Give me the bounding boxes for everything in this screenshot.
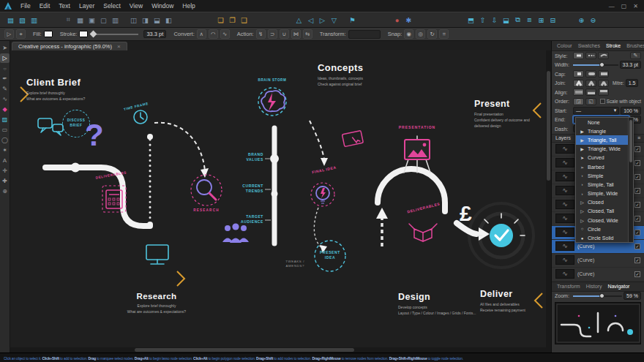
duplicate-icon[interactable]: ⊞ xyxy=(536,15,546,26)
clock-icon[interactable] xyxy=(134,110,147,124)
insert-table-icon[interactable]: ◫ xyxy=(129,15,138,26)
stroke-width-value[interactable]: 33.3 pt xyxy=(143,30,166,38)
vertical-scroll-thumb[interactable] xyxy=(547,71,550,181)
artistic-text-tool[interactable]: A xyxy=(0,156,10,165)
horizontal-scroll-thumb[interactable] xyxy=(135,348,354,352)
cap-round-button[interactable] xyxy=(585,70,596,78)
smooth-curve-icon[interactable]: ∪ xyxy=(280,29,289,39)
move-to-back-icon[interactable]: ⬓ xyxy=(501,15,511,26)
canvas[interactable]: Client Brief Explore brief thoroughly Wh… xyxy=(10,50,551,352)
close-button[interactable]: ✕ xyxy=(633,3,638,10)
badge-brand-values[interactable]: BRAND VALUES xyxy=(231,152,263,163)
align-outside-button[interactable] xyxy=(598,88,609,96)
toggle-bleed-icon[interactable]: ▢ xyxy=(99,15,108,26)
node-tool[interactable]: ▷ xyxy=(0,53,10,63)
colour-swatch-icon[interactable]: ● xyxy=(392,15,402,26)
rectangle-tool[interactable]: ▭ xyxy=(0,125,10,135)
arrow-style-option[interactable]: ➢Barbed xyxy=(576,162,628,171)
people-icon[interactable] xyxy=(222,223,249,243)
transform-input[interactable] xyxy=(348,30,381,39)
new-document-icon[interactable]: ▤ xyxy=(6,15,15,26)
style-brush-line-button[interactable] xyxy=(598,52,609,59)
join-bevel-button[interactable] xyxy=(598,80,609,87)
panel-width-value[interactable]: 33.3 pt xyxy=(620,61,641,69)
snap-off-curves-icon[interactable]: ◎ xyxy=(416,29,425,39)
badge-current-trends[interactable]: CURRENT TRENDS xyxy=(231,184,263,195)
badge-present-idea[interactable]: PRESENT IDEA xyxy=(315,250,345,261)
arrow-style-option[interactable]: None xyxy=(576,118,628,127)
transparency-tool[interactable]: ▨ xyxy=(0,115,10,124)
layer-visibility-checkbox[interactable]: ✓ xyxy=(634,216,640,222)
layer-visibility-checkbox[interactable]: ✓ xyxy=(634,202,640,208)
arrow-style-option[interactable]: ●Circle Solid xyxy=(576,233,628,242)
maximize-button[interactable]: ▢ xyxy=(621,3,627,10)
fill-tool[interactable]: ◆ xyxy=(0,105,10,114)
panel-tab-stroke[interactable]: Stroke xyxy=(604,42,623,49)
start-arrow-dropdown[interactable]: —▾ xyxy=(573,107,619,115)
zoom-in-icon[interactable]: ⊕ xyxy=(577,15,586,26)
arrow-style-option[interactable]: ➤Curved xyxy=(576,154,628,162)
arrow-style-option[interactable]: ›Simple xyxy=(576,171,628,180)
layer-visibility-checkbox[interactable]: ✓ xyxy=(634,188,640,194)
panel-tab-transform[interactable]: Transform xyxy=(555,283,583,290)
panel-tab-brushes[interactable]: Brushes xyxy=(624,42,644,49)
align-left-icon[interactable]: ◁ xyxy=(306,15,315,26)
sharp-node-icon[interactable]: ∧ xyxy=(197,29,206,39)
node-tool-context-icon[interactable]: ▷ xyxy=(4,29,14,39)
align-centre-button[interactable] xyxy=(573,88,584,96)
ungroup-icon[interactable]: ⧈ xyxy=(525,15,534,26)
style-dash-line-button[interactable] xyxy=(585,52,596,59)
preferences-gear-icon[interactable]: ✱ xyxy=(404,15,413,26)
join-curves-icon[interactable]: ⋈ xyxy=(291,29,301,39)
mitre-value[interactable]: 1.5 xyxy=(626,79,639,87)
align-right-icon[interactable]: ▷ xyxy=(318,15,327,26)
pencil-tool[interactable]: ✎ xyxy=(0,84,10,94)
insert-row-icon[interactable]: ⬓ xyxy=(152,15,162,26)
layer-visibility-checkbox[interactable]: ✓ xyxy=(634,271,640,277)
arrow-style-option[interactable]: ▷Closed xyxy=(576,198,628,207)
badge-presentation[interactable]: PRESENTATION xyxy=(394,125,441,130)
arrow-style-option[interactable]: ▶Triangle, Tall xyxy=(576,135,628,144)
cap-butt-button[interactable] xyxy=(573,70,584,78)
panel-tab-history[interactable]: History xyxy=(584,283,604,290)
menu-edit[interactable]: Edit xyxy=(35,2,55,10)
dashed-curve-final-idea[interactable] xyxy=(310,121,328,166)
app-logo-icon[interactable] xyxy=(4,1,12,10)
menu-text[interactable]: Text xyxy=(54,2,75,10)
document-tab[interactable]: Creative process - infographic (59.0%) × xyxy=(12,42,127,50)
delete-icon[interactable]: ⊟ xyxy=(548,15,558,26)
star-tool[interactable]: ✶ xyxy=(0,146,10,155)
snap-alignment-icon[interactable]: ⌗ xyxy=(439,29,449,39)
snap-construct-icon[interactable]: ↻ xyxy=(427,29,437,39)
cap-square-button[interactable] xyxy=(598,70,609,78)
stroke-width-slider[interactable] xyxy=(93,34,138,35)
layer-visibility-checkbox[interactable]: ✓ xyxy=(634,244,640,249)
insert-behind-icon[interactable]: ❏ xyxy=(216,15,225,26)
canvas-vertical-scrollbar[interactable] xyxy=(546,50,551,352)
join-round-button[interactable] xyxy=(585,80,596,87)
layer-row[interactable]: ∿(Curve)✓ xyxy=(552,268,644,282)
canvas-horizontal-scrollbar[interactable] xyxy=(10,347,551,352)
layer-visibility-checkbox[interactable]: ✓ xyxy=(634,257,640,263)
pound-sign-graphic[interactable]: £ xyxy=(460,201,472,226)
stage-present[interactable]: Present Final presentation Confident del… xyxy=(474,99,539,129)
brain-icon[interactable] xyxy=(258,88,286,116)
layer-visibility-checkbox[interactable]: ✓ xyxy=(634,230,640,235)
width-slider-thumb[interactable] xyxy=(599,62,604,67)
hand-tablet-icon[interactable] xyxy=(342,130,363,146)
vector-brush-tool[interactable]: ∿ xyxy=(0,94,10,104)
layer-visibility-checkbox[interactable]: ✓ xyxy=(634,174,640,180)
path-concepts[interactable] xyxy=(265,128,279,244)
style-pressure-icon[interactable]: ✎ xyxy=(630,52,641,59)
slider-thumb[interactable] xyxy=(90,30,97,37)
badge-research[interactable]: RESEARCH xyxy=(189,208,224,214)
tab-close-icon[interactable]: × xyxy=(117,43,121,50)
start-scale-value[interactable]: 100 % xyxy=(621,107,641,115)
stage-deliver[interactable]: Deliver All files and deliverables Recei… xyxy=(480,289,540,313)
close-curve-icon[interactable]: ⊃ xyxy=(268,29,277,39)
layer-visibility-checkbox[interactable]: ✓ xyxy=(634,146,640,152)
zoom-slider[interactable] xyxy=(573,295,622,297)
open-document-icon[interactable]: ▧ xyxy=(18,15,27,26)
popup-scrollbar[interactable] xyxy=(628,118,633,242)
lightbulb-icon[interactable] xyxy=(311,183,334,206)
